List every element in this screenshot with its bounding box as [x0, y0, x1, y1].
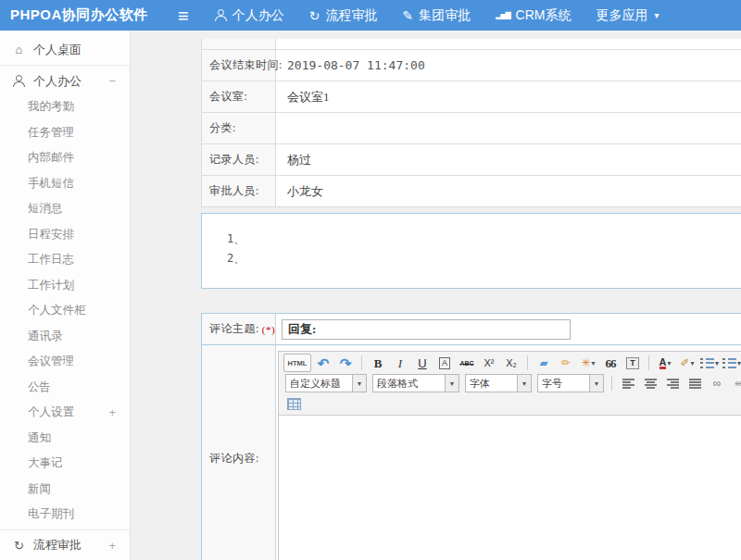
comment-subject-row: 评论主题: (*) — [202, 314, 741, 345]
sidebar-item-schedule[interactable]: 日程安排 — [0, 222, 130, 248]
nav-more-apps[interactable]: 更多应用▾ — [597, 7, 659, 24]
sidebar-item-short-message[interactable]: 短消息 — [0, 196, 130, 222]
sidebar-item-mobile-sms[interactable]: 手机短信 — [0, 171, 130, 197]
sidebar-item-internal-mail[interactable]: 内部邮件 — [0, 145, 130, 171]
topbar: PHPOA协同办公软件 ≡ 个人办公↻流程审批✎集团审批▂▅▇CRM系统更多应用… — [0, 0, 741, 31]
required-mark: (*) — [262, 324, 275, 335]
person-icon — [13, 75, 25, 87]
editor-select-font-size[interactable]: 字号▾ — [537, 374, 604, 392]
sidebar-item-personal-desktop[interactable]: ⌂个人桌面 — [0, 36, 130, 63]
sidebar-item-label: 个人设置 — [28, 404, 74, 420]
editor-select-heading[interactable]: 自定义标题▾ — [285, 374, 367, 392]
bold-button[interactable]: B — [368, 354, 388, 372]
comment-content-label: 评论内容: — [202, 345, 276, 560]
unordered-list-button[interactable]: ▾ — [722, 354, 741, 372]
comment-subject-label-text: 评论主题: — [209, 321, 259, 337]
ordered-list-button[interactable]: ▾ — [699, 354, 720, 372]
subscript-button[interactable]: X₂ — [501, 354, 521, 372]
sidebar-item-work-plan[interactable]: 工作计划 — [0, 273, 130, 299]
align-left-button[interactable] — [618, 374, 638, 392]
separator — [527, 355, 528, 370]
sidebar-item-label: 通知 — [28, 430, 51, 446]
editor-content-area[interactable] — [279, 415, 741, 560]
sidebar-item-meeting-management[interactable]: 会议管理 — [0, 349, 130, 375]
underline-icon: U — [418, 357, 426, 369]
form-label-category: 分类: — [202, 113, 276, 143]
subscript-icon: X₂ — [506, 358, 517, 368]
edit-icon: ✎ — [402, 8, 413, 23]
comment-content-label-text: 评论内容: — [209, 451, 259, 467]
sidebar-item-label: 公告 — [28, 380, 51, 395]
undo-button[interactable]: ↶ — [313, 354, 333, 372]
nav-workflow-approval[interactable]: ↻流程审批 — [309, 7, 378, 24]
sidebar-item-label: 任务管理 — [28, 125, 74, 141]
nav-label: 流程审批 — [325, 7, 377, 24]
nav-crm-system[interactable]: ▂▅▇CRM系统 — [496, 7, 571, 24]
caret-down-icon: ▾ — [445, 375, 458, 392]
sidebar-item-my-attendance[interactable]: 我的考勤 — [0, 94, 130, 120]
nav-personal-office[interactable]: 个人办公 — [215, 7, 284, 24]
align-center-icon — [645, 379, 657, 389]
comment-form: 评论主题: (*) 评论内容: HTML↶↷BIUAABCX²X₂▰✏✳▾66T… — [201, 313, 741, 560]
sidebar-item-personal-file-cabinet[interactable]: 个人文件柜 — [0, 298, 130, 324]
format-brush-button[interactable]: ✏ — [556, 354, 576, 372]
expand-icon[interactable]: + — [108, 539, 116, 553]
separator — [361, 355, 362, 370]
sidebar-item-personal-settings[interactable]: 个人设置+ — [0, 400, 130, 426]
sidebar-item-work-log[interactable]: 工作日志 — [0, 247, 130, 273]
select-value: 自定义标题 — [286, 377, 352, 391]
editor-select-font-family[interactable]: 字体▾ — [465, 374, 532, 392]
sidebar-item-personal-office[interactable]: 个人办公− — [0, 68, 130, 94]
sidebar-item-label: 新闻 — [28, 481, 51, 497]
highlight-color-button[interactable]: ✐▾ — [677, 354, 697, 372]
strikethrough-button[interactable]: ABC — [457, 354, 477, 372]
sidebar-item-contacts[interactable]: 通讯录 — [0, 324, 130, 350]
align-right-icon — [667, 379, 679, 389]
align-center-button[interactable] — [640, 374, 660, 392]
highlight-color-icon: ✐ — [680, 357, 689, 368]
sidebar-item-label: 会议管理 — [28, 354, 74, 369]
sidebar-item-task-management[interactable]: 任务管理 — [0, 120, 130, 146]
meeting-content-box: 1、2、 — [201, 213, 741, 289]
html-source-button[interactable]: HTML — [283, 354, 311, 372]
align-justify-button[interactable] — [684, 374, 705, 392]
comment-subject-input[interactable] — [282, 319, 571, 340]
form-row-category: 分类: — [202, 113, 741, 144]
separator — [611, 376, 612, 391]
paste-plain-button[interactable]: T — [622, 354, 643, 372]
link-button[interactable]: ∞ — [707, 374, 727, 392]
expand-icon[interactable]: + — [108, 405, 116, 419]
sidebar-item-label: 日程安排 — [28, 227, 74, 243]
table-button[interactable] — [283, 394, 304, 413]
font-border-button[interactable]: A — [434, 354, 455, 372]
remove-format-button[interactable]: ✳▾ — [578, 354, 598, 372]
superscript-button[interactable]: X² — [479, 354, 499, 372]
eraser-button[interactable]: ▰ — [534, 354, 554, 372]
align-right-button[interactable] — [662, 374, 683, 392]
editor-select-paragraph-format[interactable]: 段落格式▾ — [372, 374, 459, 392]
sidebar-item-announcement[interactable]: 公告 — [0, 375, 130, 401]
sidebar-item-label: 个人办公 — [33, 73, 82, 90]
underline-button[interactable]: U — [412, 354, 433, 372]
unlink-button[interactable]: ∞ — [729, 374, 741, 392]
font-color-icon: A — [659, 357, 667, 369]
redo-icon: ↷ — [340, 356, 352, 370]
redo-button[interactable]: ↷ — [335, 354, 356, 372]
sidebar-item-memorabilia[interactable]: 大事记 — [0, 451, 130, 477]
blockquote-button[interactable]: 66 — [600, 354, 621, 372]
remove-format-icon: ✳ — [581, 357, 590, 368]
editor-toolbar-row2: 自定义标题▾段落格式▾字体▾字号▾∞∞ — [279, 374, 741, 394]
caret-down-icon: ▾ — [715, 359, 719, 367]
sidebar-item-notice[interactable]: 通知 — [0, 426, 130, 452]
nav-group-approval[interactable]: ✎集团审批 — [402, 7, 471, 24]
italic-button[interactable]: I — [390, 354, 410, 372]
hamburger-menu-icon[interactable]: ≡ — [178, 6, 189, 25]
sidebar-item-workflow-approval[interactable]: ↻流程审批+ — [0, 532, 130, 559]
form-label-meeting-end-time: 会议结束时间: — [202, 50, 276, 81]
sidebar-item-news[interactable]: 新闻 — [0, 477, 130, 503]
font-color-button[interactable]: A▾ — [655, 354, 675, 372]
nav-label: 个人办公 — [232, 7, 284, 24]
collapse-icon[interactable]: − — [108, 74, 116, 88]
sidebar-item-e-journal[interactable]: 电子期刊 — [0, 502, 130, 528]
sidebar-item-label: 工作计划 — [28, 278, 74, 293]
